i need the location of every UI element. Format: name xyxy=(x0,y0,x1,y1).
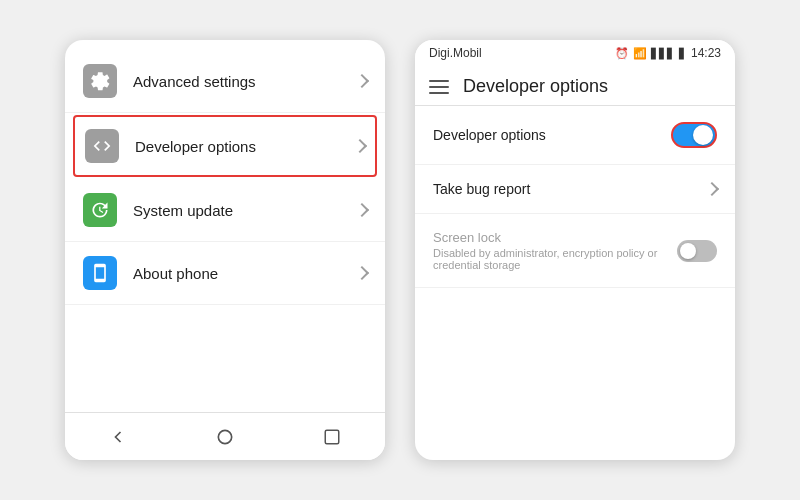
take-bug-report-label: Take bug report xyxy=(433,181,707,197)
left-phone: Advanced settings Developer options Syst… xyxy=(65,40,385,460)
menu-item-advanced-settings[interactable]: Advanced settings xyxy=(65,50,385,113)
back-nav-icon[interactable] xyxy=(106,425,130,449)
about-phone-chevron xyxy=(355,266,369,280)
developer-options-label: Developer options xyxy=(135,138,355,155)
menu-item-about-phone[interactable]: About phone xyxy=(65,242,385,305)
status-icons: ⏰ 📶 ▋▋▋ ▋ 14:23 xyxy=(615,46,721,60)
screen-lock-label: Screen lock Disabled by administrator, e… xyxy=(433,230,677,271)
alarm-icon: ⏰ xyxy=(615,47,629,60)
page-title: Developer options xyxy=(463,76,608,97)
svg-rect-1 xyxy=(325,430,339,444)
battery-icon: ▋ xyxy=(679,48,687,59)
menu-item-developer-options[interactable]: Developer options xyxy=(73,115,377,177)
nav-bar xyxy=(65,412,385,460)
screen-lock-item: Screen lock Disabled by administrator, e… xyxy=(415,214,735,288)
menu-item-system-update[interactable]: System update xyxy=(65,179,385,242)
developer-options-toggle[interactable] xyxy=(671,122,717,148)
time-label: 14:23 xyxy=(691,46,721,60)
status-bar: Digi.Mobil ⏰ 📶 ▋▋▋ ▋ 14:23 xyxy=(415,40,735,66)
developer-options-toggle-item[interactable]: Developer options xyxy=(415,106,735,165)
advanced-settings-icon xyxy=(83,64,117,98)
developer-options-chevron xyxy=(353,139,367,153)
screen-lock-sub-label: Disabled by administrator, encryption po… xyxy=(433,247,677,271)
screen-lock-toggle xyxy=(677,240,717,262)
carrier-label: Digi.Mobil xyxy=(429,46,482,60)
wifi-icon: 📶 xyxy=(633,47,647,60)
home-nav-icon[interactable] xyxy=(213,425,237,449)
system-update-chevron xyxy=(355,203,369,217)
signal-icon: ▋▋▋ xyxy=(651,48,675,59)
svg-point-0 xyxy=(218,430,231,443)
recents-nav-icon[interactable] xyxy=(320,425,344,449)
take-bug-report-item[interactable]: Take bug report xyxy=(415,165,735,214)
top-bar: Developer options xyxy=(415,66,735,106)
system-update-icon xyxy=(83,193,117,227)
developer-options-toggle-label: Developer options xyxy=(433,127,671,143)
about-phone-label: About phone xyxy=(133,265,357,282)
settings-list: Developer options Take bug report Screen… xyxy=(415,106,735,460)
take-bug-report-chevron xyxy=(705,182,719,196)
advanced-settings-label: Advanced settings xyxy=(133,73,357,90)
developer-options-icon xyxy=(85,129,119,163)
menu-list: Advanced settings Developer options Syst… xyxy=(65,40,385,412)
main-container: Advanced settings Developer options Syst… xyxy=(0,0,800,500)
hamburger-menu-icon[interactable] xyxy=(429,80,449,94)
right-phone: Digi.Mobil ⏰ 📶 ▋▋▋ ▋ 14:23 Developer opt… xyxy=(415,40,735,460)
advanced-settings-chevron xyxy=(355,74,369,88)
system-update-label: System update xyxy=(133,202,357,219)
about-phone-icon xyxy=(83,256,117,290)
